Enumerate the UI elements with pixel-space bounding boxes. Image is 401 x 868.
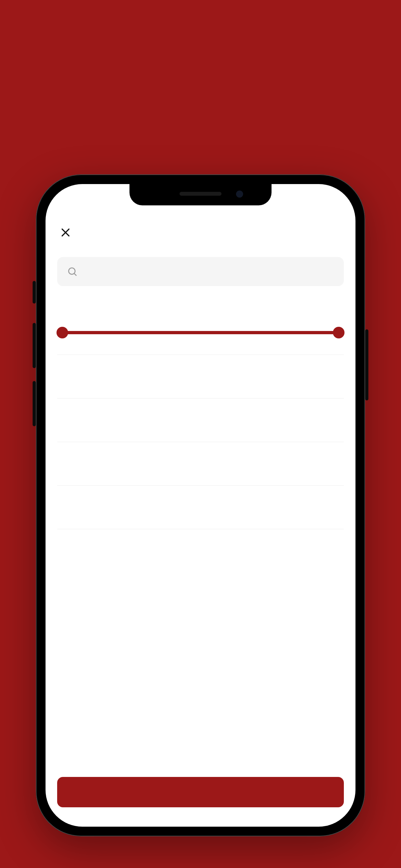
- section-rated-current: [57, 399, 344, 442]
- section-voltage-type: [57, 355, 344, 399]
- phone-mock: [36, 175, 365, 836]
- price-slider[interactable]: [57, 326, 344, 339]
- svg-line-3: [74, 274, 76, 276]
- slider-track: [62, 331, 339, 334]
- phone-volume-up: [33, 323, 36, 368]
- modal-header: [57, 220, 344, 245]
- search-input[interactable]: [85, 266, 334, 278]
- page-title: [0, 0, 401, 52]
- section-breaking-capacity: [57, 486, 344, 529]
- show-results-button[interactable]: [57, 777, 344, 807]
- phone-volume-down: [33, 381, 36, 426]
- slider-handle-min[interactable]: [57, 327, 68, 338]
- search-field[interactable]: [57, 257, 344, 286]
- close-button[interactable]: [58, 225, 73, 240]
- phone-silence-switch: [33, 281, 36, 304]
- close-icon: [60, 227, 71, 238]
- section-price: [57, 286, 344, 355]
- search-icon: [67, 266, 78, 277]
- section-trip-curve: [57, 442, 344, 486]
- slider-handle-max[interactable]: [333, 327, 344, 338]
- phone-power-button: [365, 330, 368, 400]
- svg-point-2: [69, 268, 75, 275]
- section-total-poles: [57, 529, 344, 584]
- phone-notch: [129, 184, 272, 206]
